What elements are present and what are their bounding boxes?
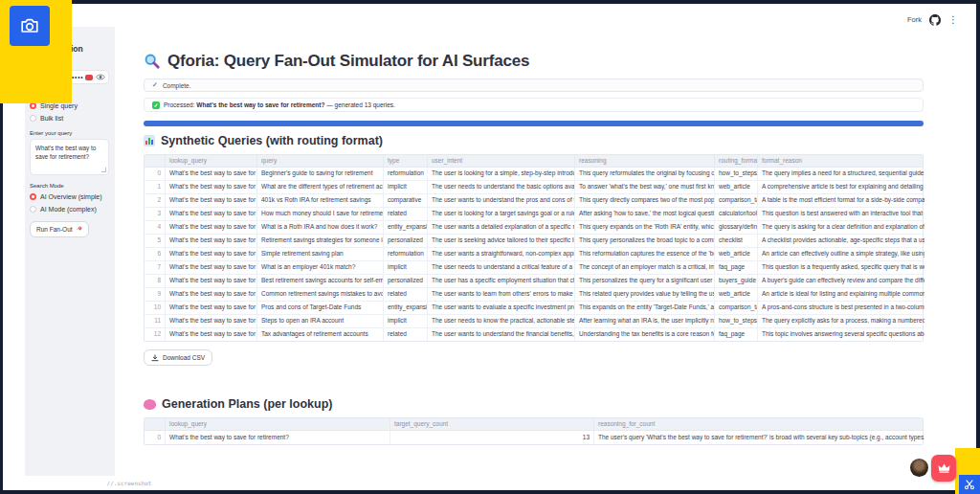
cell-type[interactable]: implicit: [384, 261, 428, 274]
cell-format-reason[interactable]: A checklist provides actionable, age-spe…: [758, 235, 924, 247]
cell-user-intent[interactable]: The user has a specific employment situa…: [428, 275, 575, 287]
cell-user-intent[interactable]: The user wants to understand the pros an…: [428, 194, 575, 207]
cell-lookup-query[interactable]: What's the best way to save for retireme…: [166, 315, 257, 327]
cell-lookup-query[interactable]: What's the best way to save for retireme…: [166, 235, 257, 247]
cell-type[interactable]: related: [384, 328, 428, 341]
cell-routing-format[interactable]: buyers_guide: [715, 275, 758, 287]
cell-reasoning[interactable]: This personalizes the query for a signif…: [575, 275, 715, 287]
cell-lookup-query[interactable]: What's the best way to save for retireme…: [166, 431, 390, 444]
cell-reasoning[interactable]: This query expands on the 'Roth IRA' ent…: [575, 221, 715, 234]
table-row[interactable]: 3 What's the best way to save for retire…: [145, 208, 923, 221]
table-row[interactable]: 11 What's the best way to save for retir…: [145, 315, 923, 328]
cell-format-reason[interactable]: This topic involves answering several sp…: [758, 328, 924, 341]
table-row[interactable]: 4 What's the best way to save for retire…: [145, 221, 923, 235]
column-header[interactable]: lookup_query: [166, 155, 257, 167]
camera-button[interactable]: [10, 6, 50, 46]
cell-routing-format[interactable]: checklist: [715, 235, 758, 247]
cell-user-intent[interactable]: The user is looking for a target savings…: [428, 208, 575, 220]
column-header[interactable]: query: [257, 155, 384, 167]
cell-user-intent[interactable]: The user wants to learn from others' err…: [428, 288, 575, 301]
cell-type[interactable]: personalized: [384, 275, 428, 287]
cell-routing-format[interactable]: web_article: [715, 181, 758, 193]
cell-lookup-query[interactable]: What's the best way to save for retireme…: [166, 328, 257, 341]
cell-type[interactable]: entity_expansion: [384, 221, 428, 234]
cell-reasoning[interactable]: After asking 'how to save,' the most log…: [575, 208, 715, 220]
cell-lookup-query[interactable]: What's the best way to save for retireme…: [166, 288, 257, 301]
cell-format-reason[interactable]: A pros-and-cons structure is best presen…: [758, 302, 924, 314]
cell-reasoning[interactable]: This related query provides value by tel…: [575, 288, 715, 301]
cell-target-query-count[interactable]: 13: [390, 431, 594, 444]
cell-routing-format[interactable]: how_to_steps: [715, 168, 758, 180]
cell-query[interactable]: Simple retirement saving plan: [257, 248, 384, 260]
download-csv-button[interactable]: Download CSV: [144, 349, 212, 366]
cell-type[interactable]: comparative: [384, 194, 428, 207]
resize-grip[interactable]: [101, 168, 106, 172]
cell-query[interactable]: Pros and cons of Target-Date Funds: [257, 302, 384, 314]
fork-button[interactable]: Fork: [907, 15, 922, 24]
table-row[interactable]: 2 What's the best way to save for retire…: [145, 194, 923, 208]
cell-query[interactable]: What are the different types of retireme…: [257, 181, 384, 193]
cell-query[interactable]: Best retirement savings accounts for sel…: [257, 275, 384, 287]
table-row[interactable]: 0 What's the best way to save for retire…: [145, 168, 923, 181]
cell-format-reason[interactable]: A buyer's guide can effectively review a…: [758, 275, 924, 287]
column-header[interactable]: routing_format: [715, 155, 758, 167]
table-row[interactable]: 7 What's the best way to save for retire…: [145, 261, 923, 275]
cell-reasoning[interactable]: After learning what an IRA is, the user …: [575, 315, 715, 327]
cell-query[interactable]: What is an employer 401k match?: [257, 261, 384, 274]
scissors-button[interactable]: [959, 475, 980, 494]
cell-format-reason[interactable]: The query explicitly asks for a process,…: [758, 315, 924, 327]
column-header[interactable]: type: [384, 155, 428, 167]
cell-format-reason[interactable]: An article can effectively outline a sim…: [758, 248, 924, 260]
cell-user-intent[interactable]: The user wants to evaluate a specific in…: [428, 302, 575, 314]
radio-ai-overview[interactable]: AI Overview (simple): [30, 192, 109, 201]
cell-routing-format[interactable]: faq_page: [715, 261, 758, 274]
table-row[interactable]: 12 What's the best way to save for retir…: [145, 328, 923, 341]
table-row[interactable]: 0 What's the best way to save for retire…: [145, 431, 923, 444]
cell-user-intent[interactable]: The user needs to know the practical, ac…: [428, 315, 575, 327]
cell-reasoning[interactable]: This query reformulates the original by …: [575, 168, 715, 180]
cell-reasoning[interactable]: To answer 'what's the best way,' one mus…: [575, 181, 715, 193]
cell-lookup-query[interactable]: What's the best way to save for retireme…: [166, 181, 257, 193]
cell-reasoning-for-count[interactable]: The user's query 'What's the best way to…: [594, 431, 924, 444]
github-icon[interactable]: [929, 14, 941, 26]
column-header[interactable]: [145, 155, 166, 167]
cell-routing-format[interactable]: web_article: [715, 288, 758, 301]
cell-user-intent[interactable]: The user wants to understand the financi…: [428, 328, 575, 341]
cell-routing-format[interactable]: faq_page: [715, 328, 758, 341]
table-row[interactable]: 9 What's the best way to save for retire…: [145, 288, 923, 302]
cell-type[interactable]: personalized: [384, 235, 428, 247]
avatar[interactable]: [910, 459, 928, 477]
crown-badge-button[interactable]: [931, 455, 956, 482]
cell-user-intent[interactable]: The user wants a straightforward, non-co…: [428, 248, 575, 260]
cell-query[interactable]: Common retirement savings mistakes to av…: [257, 288, 384, 301]
cell-query[interactable]: What is a Roth IRA and how does it work?: [257, 221, 384, 234]
radio-bulk-list[interactable]: Bulk list: [30, 114, 109, 123]
cell-routing-format[interactable]: how_to_steps: [715, 315, 758, 327]
eye-icon[interactable]: [95, 73, 105, 81]
cell-format-reason[interactable]: This question is best answered with an i…: [758, 208, 924, 220]
cell-query[interactable]: Beginner's guide to saving for retiremen…: [257, 168, 384, 180]
cell-routing-format[interactable]: comparison_table: [715, 194, 758, 207]
cell-type[interactable]: reformulation: [384, 168, 428, 180]
cell-user-intent[interactable]: The user is looking for a simple, step-b…: [428, 168, 575, 180]
cell-reasoning[interactable]: This expands on the entity 'Target-Date …: [575, 302, 715, 314]
cell-routing-format[interactable]: calculator/tool: [715, 208, 758, 220]
cell-query[interactable]: How much money should I save for retirem…: [257, 208, 384, 220]
table-row[interactable]: 8 What's the best way to save for retire…: [145, 275, 923, 288]
cell-lookup-query[interactable]: What's the best way to save for retireme…: [166, 261, 257, 274]
cell-reasoning[interactable]: Understanding the tax benefits is a core…: [575, 328, 715, 341]
cell-type[interactable]: entity_expansion: [384, 302, 428, 314]
column-header[interactable]: format_reason: [758, 155, 924, 167]
cell-lookup-query[interactable]: What's the best way to save for retireme…: [166, 221, 257, 234]
column-header[interactable]: target_query_count: [390, 418, 594, 430]
table-row[interactable]: 6 What's the best way to save for retire…: [145, 248, 923, 261]
cell-lookup-query[interactable]: What's the best way to save for retireme…: [166, 194, 257, 207]
cell-lookup-query[interactable]: What's the best way to save for retireme…: [166, 168, 257, 180]
cell-query[interactable]: Retirement savings strategies for someon…: [257, 235, 384, 247]
cell-format-reason[interactable]: The query implies a need for a structure…: [758, 168, 924, 180]
cell-reasoning[interactable]: This query directly compares two of the …: [575, 194, 715, 207]
cell-type[interactable]: related: [384, 288, 428, 301]
cell-format-reason[interactable]: An article is ideal for listing and expl…: [758, 288, 924, 301]
cell-format-reason[interactable]: A table is the most efficient format for…: [758, 194, 924, 207]
table-row[interactable]: 1 What's the best way to save for retire…: [145, 181, 923, 194]
